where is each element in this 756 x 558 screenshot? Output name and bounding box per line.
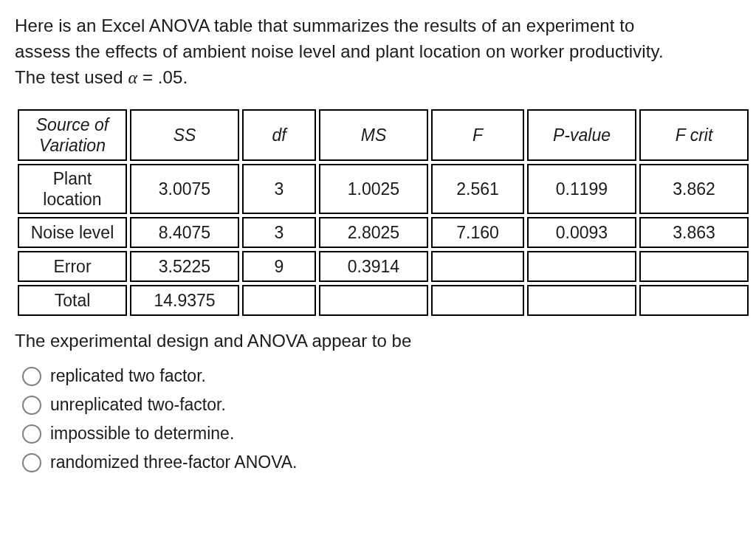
cell-plant-ms: 1.0025 — [319, 164, 428, 214]
radio-icon — [22, 453, 41, 472]
header-df: df — [242, 109, 316, 161]
cell-total-fcrit — [639, 285, 749, 316]
cell-plant-label-l2: location — [43, 190, 101, 209]
cell-error-df: 9 — [242, 251, 316, 282]
alpha-symbol: α — [128, 68, 138, 87]
cell-error-fcrit — [639, 251, 749, 282]
intro-line-1: Here is an Excel ANOVA table that summar… — [15, 16, 635, 35]
cell-total-f — [431, 285, 524, 316]
question-intro: Here is an Excel ANOVA table that summar… — [15, 13, 741, 90]
intro-line-3-post: = .05. — [137, 67, 188, 87]
answer-options: replicated two factor. unreplicated two-… — [22, 366, 741, 472]
question-stem: The experimental design and ANOVA appear… — [15, 331, 741, 351]
cell-error-p — [527, 251, 636, 282]
option-c-label: impossible to determine. — [50, 424, 234, 444]
radio-icon — [22, 424, 41, 444]
option-a-label: replicated two factor. — [50, 366, 206, 386]
cell-total-df — [242, 285, 316, 316]
cell-error-label: Error — [18, 251, 127, 282]
radio-icon — [22, 396, 41, 415]
cell-noise-ms: 2.8025 — [319, 217, 428, 248]
option-d-label: randomized three-factor ANOVA. — [50, 452, 298, 472]
cell-error-ms: 0.3914 — [319, 251, 428, 282]
intro-line-2: assess the effects of ambient noise leve… — [15, 41, 664, 61]
cell-plant-label-l1: Plant — [53, 169, 92, 188]
cell-plant-label: Plant location — [18, 164, 127, 214]
header-source: Source of Variation — [18, 109, 127, 161]
cell-noise-label: Noise level — [18, 217, 127, 248]
header-ms: MS — [319, 109, 428, 161]
header-source-l1: Source of — [36, 115, 109, 134]
cell-plant-f: 2.561 — [431, 164, 524, 214]
header-ss: SS — [130, 109, 239, 161]
header-pval: P-value — [527, 109, 636, 161]
cell-total-p — [527, 285, 636, 316]
intro-line-3-pre: The test used — [15, 67, 128, 87]
cell-total-label: Total — [18, 285, 127, 316]
cell-plant-ss: 3.0075 — [130, 164, 239, 214]
option-b[interactable]: unreplicated two-factor. — [22, 395, 741, 415]
cell-noise-fcrit: 3.863 — [639, 217, 749, 248]
row-error: Error 3.5225 9 0.3914 — [18, 251, 749, 282]
header-f: F — [431, 109, 524, 161]
row-total: Total 14.9375 — [18, 285, 749, 316]
cell-noise-f: 7.160 — [431, 217, 524, 248]
header-source-l2: Variation — [39, 136, 106, 155]
radio-icon — [22, 367, 41, 386]
cell-error-ss: 3.5225 — [130, 251, 239, 282]
cell-noise-p: 0.0093 — [527, 217, 636, 248]
cell-error-f — [431, 251, 524, 282]
option-c[interactable]: impossible to determine. — [22, 424, 741, 444]
cell-noise-df: 3 — [242, 217, 316, 248]
cell-plant-p: 0.1199 — [527, 164, 636, 214]
option-d[interactable]: randomized three-factor ANOVA. — [22, 452, 741, 472]
option-a[interactable]: replicated two factor. — [22, 366, 741, 386]
row-noise-level: Noise level 8.4075 3 2.8025 7.160 0.0093… — [18, 217, 749, 248]
anova-header-row: Source of Variation SS df MS F P-value F… — [18, 109, 749, 161]
anova-table: Source of Variation SS df MS F P-value F… — [15, 106, 752, 319]
cell-total-ss: 14.9375 — [130, 285, 239, 316]
cell-noise-ss: 8.4075 — [130, 217, 239, 248]
cell-total-ms — [319, 285, 428, 316]
cell-plant-fcrit: 3.862 — [639, 164, 749, 214]
header-fcrit: F crit — [639, 109, 749, 161]
cell-plant-df: 3 — [242, 164, 316, 214]
row-plant-location: Plant location 3.0075 3 1.0025 2.561 0.1… — [18, 164, 749, 214]
option-b-label: unreplicated two-factor. — [50, 395, 226, 415]
